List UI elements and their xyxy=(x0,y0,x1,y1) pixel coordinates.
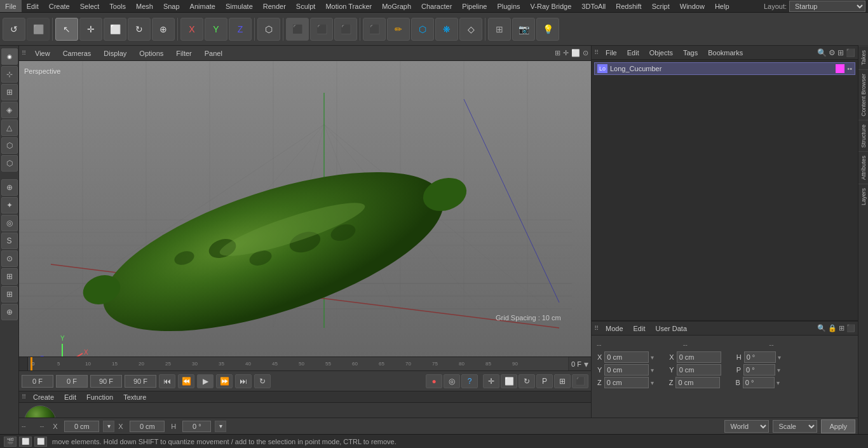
record-active-button[interactable]: ◎ xyxy=(444,374,460,388)
viewport-panel-menu[interactable]: Panel xyxy=(201,48,226,58)
mat-function-menu[interactable]: Function xyxy=(83,392,116,402)
frame-dropdown[interactable]: ▾ xyxy=(584,359,588,369)
menu-vray[interactable]: V-Ray Bridge xyxy=(526,0,577,12)
sidebar-tool-3[interactable]: ◎ xyxy=(1,215,18,231)
attr-icon4[interactable]: ⬛ xyxy=(846,324,855,332)
y-axis-button[interactable]: Y xyxy=(205,18,227,41)
sidebar-mode-7[interactable]: ⬡ xyxy=(1,155,18,172)
rotate-tool-btn2[interactable]: ↻ xyxy=(519,374,535,388)
viewport-icon-4[interactable]: ⊙ xyxy=(583,49,588,57)
sidebar-tool-1[interactable]: ⊕ xyxy=(1,179,18,196)
menu-mograph[interactable]: MoGraph xyxy=(377,0,416,12)
move-tool-button[interactable]: ✛ xyxy=(79,18,102,41)
scale-tool-button[interactable]: ⬜ xyxy=(104,18,126,41)
sidebar-tool-4[interactable]: S xyxy=(1,233,18,249)
om-search-icon[interactable]: 🔍 xyxy=(817,48,827,57)
viewport-icon-2[interactable]: ✛ xyxy=(563,49,569,57)
layout-select[interactable]: Startup xyxy=(789,1,865,12)
menu-3dtoall[interactable]: 3DToAll xyxy=(576,0,611,12)
om-icon-4[interactable]: ⬛ xyxy=(846,48,855,57)
menu-redshift[interactable]: Redshift xyxy=(611,0,646,12)
sidebar-mode-1[interactable]: ◉ xyxy=(1,48,18,65)
om-edit-menu[interactable]: Edit xyxy=(624,48,642,58)
loop-button[interactable]: ↻ xyxy=(254,374,271,388)
menu-character[interactable]: Character xyxy=(416,0,457,12)
attr-y-arrow[interactable]: ▾ xyxy=(651,367,654,374)
end-frame2-input[interactable] xyxy=(125,375,156,388)
viewport-view-menu[interactable]: View xyxy=(31,48,54,58)
attr-lock-icon[interactable]: 🔒 xyxy=(828,324,837,332)
viewport-filter-menu[interactable]: Filter xyxy=(172,48,195,58)
select-tool-button[interactable]: ↖ xyxy=(55,18,78,41)
menu-render[interactable]: Render xyxy=(258,0,291,12)
light-button[interactable]: 💡 xyxy=(536,18,559,41)
step-forward-button[interactable]: ⏩ xyxy=(216,374,233,388)
sidebar-mode-2[interactable]: ⊹ xyxy=(1,66,18,83)
menu-simulate[interactable]: Simulate xyxy=(220,0,258,12)
vtab-takes[interactable]: Takes xyxy=(858,46,868,69)
sidebar-mode-5[interactable]: △ xyxy=(1,119,18,136)
isoparm-button[interactable]: ⬡ xyxy=(411,18,434,41)
viewport-options-menu[interactable]: Options xyxy=(135,48,167,58)
attr-z-arrow[interactable]: ▾ xyxy=(651,379,654,386)
menu-pipeline[interactable]: Pipeline xyxy=(457,0,492,12)
status-icon-1[interactable]: 🎬 xyxy=(4,437,17,447)
z-axis-button[interactable]: Z xyxy=(229,18,252,41)
rotate-tool-button[interactable]: ↻ xyxy=(128,18,151,41)
attr-icon3[interactable]: ⊞ xyxy=(839,324,844,332)
menu-file[interactable]: File xyxy=(0,0,22,12)
menu-window[interactable]: Window xyxy=(675,0,710,12)
sidebar-tool-6[interactable]: ⊞ xyxy=(1,268,18,285)
status-icon-3[interactable]: ⬜ xyxy=(34,437,47,447)
x-axis-button[interactable]: X xyxy=(180,18,203,41)
apply-button[interactable]: Apply xyxy=(821,419,855,433)
om-icon-2[interactable]: ⚙ xyxy=(829,48,836,57)
menu-help[interactable]: Help xyxy=(710,0,735,12)
grid-button[interactable]: ⊞ xyxy=(488,18,511,41)
om-icon-3[interactable]: ⊞ xyxy=(837,48,844,57)
attr-b-arrow[interactable]: ▾ xyxy=(776,379,780,386)
sidebar-tool-2[interactable]: ✦ xyxy=(1,197,18,214)
coord-x-input[interactable] xyxy=(64,421,99,432)
object-row-cucumber[interactable]: Lo Long_Cucumber •• xyxy=(594,62,855,75)
om-objects-menu[interactable]: Objects xyxy=(646,48,676,58)
current-frame-input[interactable] xyxy=(56,375,88,388)
attr-search-icon[interactable]: 🔍 xyxy=(817,324,826,332)
go-to-start-button[interactable]: ⏮ xyxy=(159,374,175,388)
attr-z-input[interactable] xyxy=(604,377,649,388)
menu-animate[interactable]: Animate xyxy=(185,0,220,12)
attr-x2-input[interactable] xyxy=(677,351,721,363)
end-frame-input[interactable] xyxy=(90,375,122,388)
om-tags-menu[interactable]: Tags xyxy=(680,48,701,58)
render-btn2[interactable]: ⬛ xyxy=(572,374,588,388)
cube-button[interactable]: ⬛ xyxy=(363,18,386,41)
world-dropdown[interactable]: World xyxy=(724,420,769,433)
go-to-end-button[interactable]: ⏭ xyxy=(235,374,252,388)
sidebar-tool-7[interactable]: ⊞ xyxy=(1,286,18,302)
viewport-cameras-menu[interactable]: Cameras xyxy=(59,48,95,58)
om-file-menu[interactable]: File xyxy=(602,48,620,58)
menu-tools[interactable]: Tools xyxy=(104,0,131,12)
attr-mode-menu[interactable]: Mode xyxy=(602,323,627,334)
sidebar-mode-6[interactable]: ⬡ xyxy=(1,137,18,154)
menu-select[interactable]: Select xyxy=(75,0,105,12)
attr-x-arrow[interactable]: ▾ xyxy=(651,354,654,361)
attr-h-arrow[interactable]: ▾ xyxy=(778,354,781,361)
attr-z2-input[interactable] xyxy=(675,377,720,388)
pin-tool-btn[interactable]: P xyxy=(536,374,553,388)
camera-button[interactable]: 📷 xyxy=(512,18,535,41)
record-button[interactable]: ● xyxy=(426,374,442,388)
sidebar-mode-4[interactable]: ◈ xyxy=(1,102,18,118)
step-back-button[interactable]: ⏪ xyxy=(178,374,194,388)
sidebar-tool-8[interactable]: ⊕ xyxy=(1,304,18,320)
redo-button[interactable]: ⬜ xyxy=(27,18,50,41)
move-tool-btn2[interactable]: ✛ xyxy=(483,374,499,388)
vtab-content-browser[interactable]: Content Browser xyxy=(858,69,868,120)
vtab-attributes[interactable]: Attributes xyxy=(858,151,868,184)
viewport-icon-1[interactable]: ⊞ xyxy=(555,49,560,57)
menu-sculpt[interactable]: Sculpt xyxy=(291,0,321,12)
render-region-button[interactable]: ⬛ xyxy=(310,18,333,41)
object-color-swatch[interactable] xyxy=(836,64,844,73)
menu-mesh[interactable]: Mesh xyxy=(131,0,158,12)
menu-edit[interactable]: Edit xyxy=(22,0,44,12)
